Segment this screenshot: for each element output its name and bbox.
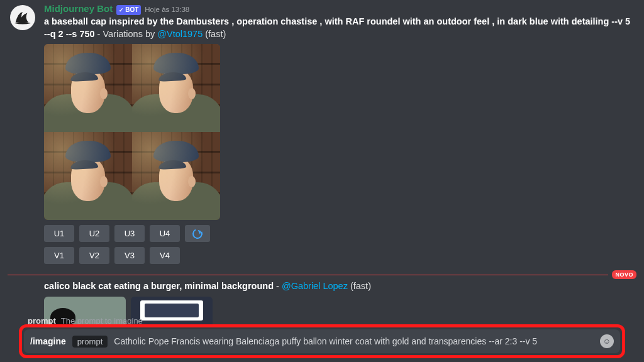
- bot-tag: BOT: [116, 5, 141, 15]
- variation-button-row: V1 V2 V3 V4: [44, 247, 634, 264]
- image-tile[interactable]: [44, 132, 132, 220]
- divider-line: [8, 275, 608, 275]
- message-content: calico black cat eating a burger, minima…: [44, 280, 634, 293]
- separator: -: [95, 29, 103, 39]
- variation-3-button[interactable]: V3: [114, 247, 145, 264]
- mode-suffix: (fast): [203, 29, 226, 39]
- avatar[interactable]: [10, 5, 35, 30]
- image-tile[interactable]: [44, 44, 132, 132]
- new-badge: NOVO: [612, 270, 636, 279]
- new-messages-divider: NOVO: [8, 270, 636, 279]
- variation-2-button[interactable]: V2: [79, 247, 109, 264]
- message-body: Midjourney Bot BOT Hoje às 13:38 a baseb…: [44, 3, 634, 264]
- slash-command: /imagine: [30, 336, 66, 346]
- upscale-3-button[interactable]: U3: [114, 225, 145, 242]
- user-mention[interactable]: @Gabriel Lopez: [282, 281, 348, 291]
- image-tile[interactable]: [132, 132, 220, 220]
- image-grid[interactable]: [44, 44, 220, 220]
- message: Midjourney Bot BOT Hoje às 13:38 a baseb…: [0, 0, 644, 264]
- variations-label: Variations by: [103, 29, 157, 39]
- refresh-icon: [191, 228, 204, 241]
- variation-1-button[interactable]: V1: [44, 247, 74, 264]
- image-tile[interactable]: [132, 44, 220, 132]
- separator: -: [274, 281, 282, 291]
- command-parameter-pill: prompt: [72, 336, 108, 348]
- upscale-1-button[interactable]: U1: [44, 225, 74, 242]
- image-thumbnail[interactable]: [131, 297, 213, 324]
- message-content: a baseball cap inspired by the Dambuster…: [44, 16, 634, 40]
- upscale-2-button[interactable]: U2: [79, 225, 109, 242]
- message-header: Midjourney Bot BOT Hoje às 13:38: [44, 3, 634, 15]
- mode-suffix: (fast): [348, 281, 371, 291]
- message-input[interactable]: /imagine prompt Catholic Pope Francis we…: [24, 329, 620, 353]
- prompt-text: calico black cat eating a burger, minima…: [44, 281, 274, 291]
- emoji-picker-icon[interactable]: ☺: [600, 334, 614, 348]
- reroll-button[interactable]: [185, 225, 210, 242]
- upscale-4-button[interactable]: U4: [150, 225, 180, 242]
- midjourney-logo-icon: [13, 8, 32, 27]
- input-text-value: Catholic Pope Francis wearing Balenciaga…: [114, 336, 537, 346]
- upscale-button-row: U1 U2 U3 U4: [44, 225, 634, 242]
- message-timestamp: Hoje às 13:38: [145, 5, 189, 15]
- variation-4-button[interactable]: V4: [150, 247, 180, 264]
- username[interactable]: Midjourney Bot: [44, 3, 113, 15]
- highlight-annotation: /imagine prompt Catholic Pope Francis we…: [19, 324, 625, 358]
- user-mention[interactable]: @Vtol1975: [157, 29, 203, 39]
